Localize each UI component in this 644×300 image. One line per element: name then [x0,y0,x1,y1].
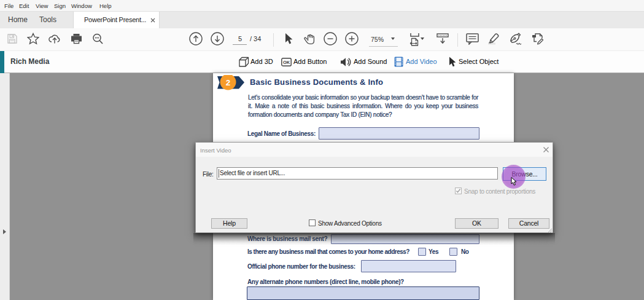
svg-text:2: 2 [226,78,231,87]
svg-text:OK: OK [283,60,290,65]
